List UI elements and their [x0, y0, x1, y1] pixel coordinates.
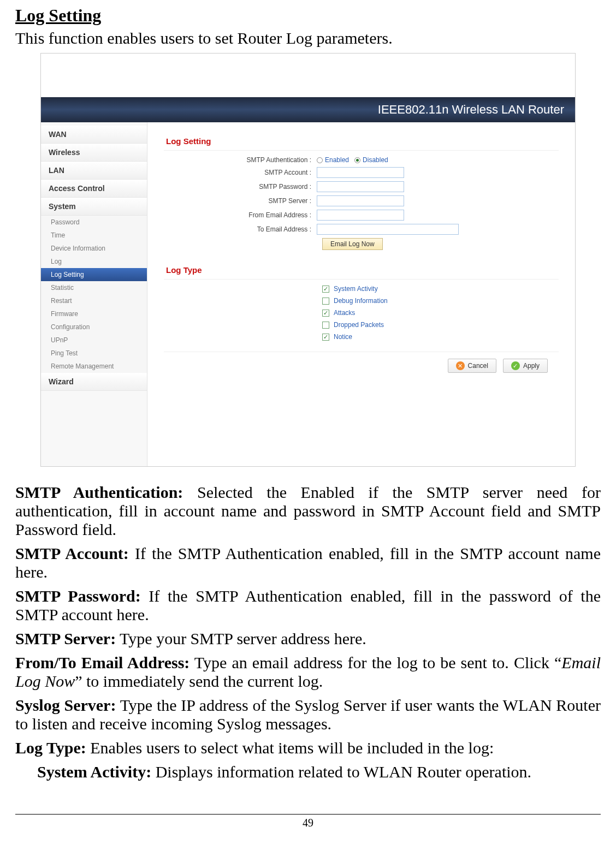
- def-from-to-text-a: Type an email address for the log to be …: [189, 653, 561, 671]
- section-title: Log Setting: [15, 5, 601, 26]
- panel-title-log-type: Log Type: [164, 260, 559, 280]
- check-label: Notice: [334, 333, 352, 341]
- sidebar-item-access-control[interactable]: Access Control: [41, 180, 147, 198]
- check-label: Debug Information: [334, 297, 388, 305]
- sidebar-item-wan[interactable]: WAN: [41, 126, 147, 144]
- def-smtp-password-label: SMTP Password:: [15, 587, 141, 605]
- cancel-icon: ✕: [456, 361, 465, 370]
- cancel-button[interactable]: ✕ Cancel: [448, 359, 496, 373]
- router-screenshot: IEEE802.11n Wireless LAN Router WAN Wire…: [40, 53, 576, 467]
- input-smtp-account[interactable]: [317, 167, 404, 178]
- section-intro: This function enables users to set Route…: [15, 29, 601, 47]
- label-smtp-account: SMTP Account :: [164, 169, 317, 176]
- check-label: Dropped Packets: [334, 321, 384, 329]
- apply-button[interactable]: ✓ Apply: [503, 359, 548, 373]
- check-label: System Activity: [334, 285, 378, 293]
- checkbox-dropped-packets[interactable]: [322, 322, 329, 329]
- def-smtp-auth-label: SMTP Authentication:: [15, 483, 183, 501]
- def-smtp-server-label: SMTP Server:: [15, 629, 116, 647]
- sidebar-item-wireless[interactable]: Wireless: [41, 144, 147, 162]
- sidebar-item-lan[interactable]: LAN: [41, 162, 147, 180]
- def-logtype-label: Log Type:: [15, 739, 86, 757]
- apply-icon: ✓: [511, 361, 520, 370]
- radio-icon: [317, 157, 323, 163]
- sidebar-sub-password[interactable]: Password: [41, 216, 147, 229]
- radio-disabled[interactable]: Disabled: [354, 156, 388, 164]
- checkbox-attacks[interactable]: ✓: [322, 310, 329, 317]
- apply-label: Apply: [523, 362, 540, 370]
- radio-icon: [354, 157, 360, 163]
- radio-enabled-label: Enabled: [325, 156, 349, 164]
- def-system-activity-text: Displays information related to WLAN Rou…: [151, 763, 531, 781]
- sidebar-item-system[interactable]: System: [41, 198, 147, 216]
- cancel-label: Cancel: [468, 362, 488, 370]
- input-to-email[interactable]: [317, 224, 459, 235]
- panel-title-log-setting: Log Setting: [164, 131, 559, 151]
- label-smtp-password: SMTP Password :: [164, 183, 317, 191]
- input-from-email[interactable]: [317, 210, 404, 221]
- def-smtp-account-label: SMTP Account:: [15, 544, 129, 562]
- sidebar: WAN Wireless LAN Access Control System P…: [41, 122, 147, 466]
- sidebar-sub-log[interactable]: Log: [41, 255, 147, 268]
- radio-disabled-label: Disabled: [363, 156, 388, 164]
- label-from-email: From Email Address :: [164, 211, 317, 219]
- sidebar-item-wizard[interactable]: Wizard: [41, 373, 147, 391]
- sidebar-sub-configuration[interactable]: Configuration: [41, 320, 147, 334]
- def-from-to-label: From/To Email Address:: [15, 653, 189, 671]
- main-panel: Log Setting SMTP Authentication : Enable…: [147, 122, 575, 466]
- sidebar-sub-restart[interactable]: Restart: [41, 294, 147, 307]
- def-from-to-text-b: ” to immediately send the current log.: [75, 672, 323, 690]
- email-log-now-button[interactable]: Email Log Now: [322, 238, 383, 250]
- descriptions: SMTP Authentication: Selected the Enable…: [15, 483, 601, 781]
- input-smtp-server[interactable]: [317, 195, 404, 206]
- sidebar-sub-statistic[interactable]: Statistic: [41, 281, 147, 294]
- sidebar-sub-remote-mgmt[interactable]: Remote Management: [41, 360, 147, 373]
- label-smtp-server: SMTP Server :: [164, 197, 317, 205]
- logo-area: [41, 54, 575, 97]
- checkbox-notice[interactable]: ✓: [322, 334, 329, 341]
- banner-title: IEEE802.11n Wireless LAN Router: [41, 97, 575, 122]
- checkbox-debug-info[interactable]: [322, 298, 329, 305]
- def-syslog-label: Syslog Server:: [15, 696, 116, 714]
- input-smtp-password[interactable]: [317, 181, 404, 192]
- def-smtp-server-text: Type your SMTP server address here.: [116, 629, 366, 647]
- def-logtype-text: Enables users to select what items will …: [86, 739, 494, 757]
- label-smtp-auth: SMTP Authentication :: [164, 156, 317, 164]
- check-label: Attacks: [334, 309, 355, 317]
- def-system-activity-label: System Activity:: [37, 763, 151, 781]
- sidebar-sub-ping-test[interactable]: Ping Test: [41, 347, 147, 360]
- page-number: 49: [15, 814, 601, 829]
- sidebar-sub-firmware[interactable]: Firmware: [41, 307, 147, 320]
- sidebar-sub-log-setting[interactable]: Log Setting: [41, 268, 147, 281]
- checkbox-system-activity[interactable]: ✓: [322, 286, 329, 293]
- radio-enabled[interactable]: Enabled: [317, 156, 349, 164]
- label-to-email: To Email Address :: [164, 225, 317, 233]
- sidebar-sub-time[interactable]: Time: [41, 229, 147, 242]
- sidebar-sub-upnp[interactable]: UPnP: [41, 334, 147, 347]
- sidebar-sub-device-info[interactable]: Device Information: [41, 242, 147, 255]
